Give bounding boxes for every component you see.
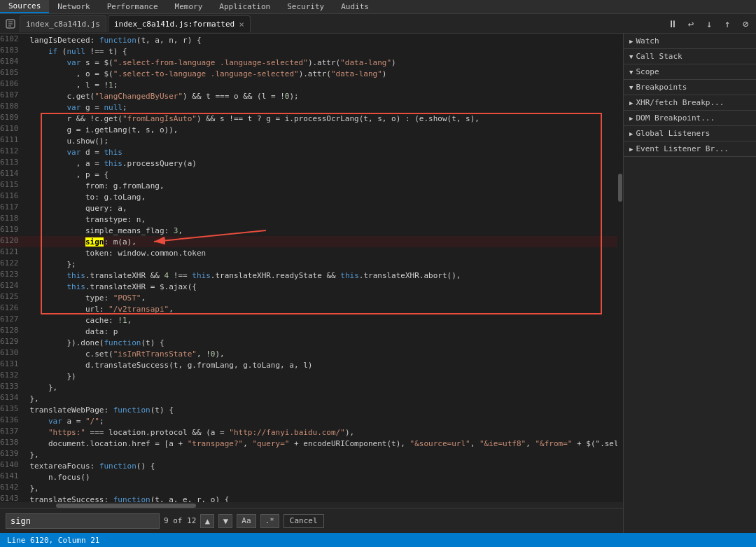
search-regex-btn[interactable]: .* <box>260 514 279 528</box>
table-row: 6128 data: p <box>0 326 617 337</box>
dom-break-header[interactable]: ▶ DOM Breakpoint... <box>624 111 756 125</box>
v-scrollbar[interactable] <box>617 34 623 502</box>
dom-break-label: DOM Breakpoint... <box>636 113 715 123</box>
table-row: 6103 if (null !== t) { <box>0 46 617 57</box>
tab-label-active: index_c8a141d.js:formatted <box>114 20 234 29</box>
status-bar: Line 6120, Column 21 <box>0 533 756 547</box>
table-row: 6136 var a = "/"; <box>0 415 617 427</box>
table-row: 6126 url: "/v2transapi", <box>0 303 617 314</box>
global-listeners-arrow-icon: ▶ <box>629 130 633 137</box>
step-out-btn[interactable]: ↑ <box>720 16 735 32</box>
search-cancel-btn[interactable]: Cancel <box>284 514 324 528</box>
dom-arrow-icon: ▶ <box>629 115 633 122</box>
code-panel: 6097 query: e6098 })6099 }6100 return a6… <box>0 34 623 533</box>
table-row: 6117 query: a, <box>0 202 617 214</box>
code-area-wrap: 6097 query: e6098 })6099 }6100 return a6… <box>0 34 623 502</box>
table-row: 6112 var d = this <box>0 146 617 158</box>
tab-label-inactive: index_c8a141d.js <box>26 20 100 29</box>
callstack-header[interactable]: ▼ Call Stack <box>624 49 756 64</box>
callstack-label: Call Stack <box>636 52 682 61</box>
search-count: 9 of 12 <box>164 516 196 525</box>
xhr-arrow-icon: ▶ <box>629 99 633 106</box>
table-row: 6132 }) <box>0 371 617 382</box>
global-listeners-label: Global Listeners <box>636 129 710 138</box>
table-row: 6127 cache: !1, <box>0 314 617 326</box>
table-row: 6124 this.translateXHR = $.ajax({ <box>0 281 617 292</box>
pause-btn[interactable]: ⏸ <box>665 16 680 32</box>
deactivate-breakpoints-btn[interactable]: ⊘ <box>738 16 753 32</box>
main-area: 6097 query: e6098 })6099 }6100 return a6… <box>0 34 756 533</box>
search-case-btn[interactable]: Aa <box>237 514 255 528</box>
toolbar-right: ⏸ ↩ ↓ ↑ ⊘ <box>665 16 753 32</box>
search-prev-btn[interactable]: ▲ <box>200 514 214 528</box>
event-listeners-section: ▶ Event Listener Br... <box>624 141 756 157</box>
tab-list: index_c8a141d.js index_c8a141d.js:format… <box>3 15 251 32</box>
table-row: 6125 type: "POST", <box>0 292 617 303</box>
tab-index-formatted[interactable]: index_c8a141d.js:formatted × <box>108 15 251 32</box>
top-nav: Sources Network Performance Memory Appli… <box>0 0 756 14</box>
breakpoints-header[interactable]: ▼ Breakpoints <box>624 80 756 95</box>
tab-bar: index_c8a141d.js index_c8a141d.js:format… <box>0 14 756 34</box>
right-panel: ▶ Watch ▼ Call Stack ▼ Scope ▼ Breakpoin… <box>623 34 756 533</box>
search-next-btn[interactable]: ▼ <box>218 514 232 528</box>
nav-network[interactable]: Network <box>49 0 98 13</box>
table-row: 6135translateWebPage: function(t) { <box>0 404 617 415</box>
nav-memory[interactable]: Memory <box>167 0 211 13</box>
sources-icon[interactable] <box>3 16 18 32</box>
search-input[interactable] <box>6 513 160 529</box>
watch-label: Watch <box>636 36 659 46</box>
code-scroll[interactable]: 6097 query: e6098 })6099 }6100 return a6… <box>0 34 617 502</box>
xhr-header[interactable]: ▶ XHR/fetch Breakp... <box>624 95 756 110</box>
global-listeners-header[interactable]: ▶ Global Listeners <box>624 126 756 141</box>
nav-sources[interactable]: Sources <box>0 0 49 13</box>
table-row: 6104 var s = $(".select-from-language .l… <box>0 57 617 68</box>
tab-index-js[interactable]: index_c8a141d.js <box>20 15 106 32</box>
v-scrollbar-thumb <box>618 174 622 202</box>
table-row: 6102langIsDeteced: function(t, a, n, r) … <box>0 34 617 46</box>
scope-header[interactable]: ▼ Scope <box>624 64 756 79</box>
global-listeners-section: ▶ Global Listeners <box>624 126 756 141</box>
table-row: 6143translateSuccess: function(t, a, e, … <box>0 494 617 502</box>
table-row: 6122 }; <box>0 258 617 270</box>
table-row: 6142}, <box>0 483 617 494</box>
status-text: Line 6120, Column 21 <box>7 536 99 545</box>
callstack-section: ▼ Call Stack <box>624 49 756 64</box>
step-over-btn[interactable]: ↩ <box>683 16 699 32</box>
nav-security[interactable]: Security <box>279 0 332 13</box>
table-row: 6118 transtype: n, <box>0 214 617 225</box>
nav-performance[interactable]: Performance <box>99 0 167 13</box>
h-scrollbar[interactable] <box>0 502 623 508</box>
table-row: 6119 simple_means_flag: 3, <box>0 225 617 236</box>
table-row: 6141 n.focus() <box>0 471 617 483</box>
xhr-section: ▶ XHR/fetch Breakp... <box>624 95 756 111</box>
event-listeners-arrow-icon: ▶ <box>629 146 633 153</box>
table-row: 6114 , p = { <box>0 169 617 180</box>
table-row: 6115 from: g.fromLang, <box>0 180 617 191</box>
table-row: 6108 var g = null; <box>0 102 617 113</box>
watch-arrow-icon: ▶ <box>629 38 633 45</box>
breakpoints-label: Breakpoints <box>636 83 687 92</box>
dom-break-section: ▶ DOM Breakpoint... <box>624 111 756 126</box>
nav-audits[interactable]: Audits <box>332 0 377 13</box>
table-row: 6106 , l = !1; <box>0 79 617 90</box>
table-row: 6139}, <box>0 449 617 460</box>
table-row: 6110 g = i.getLang(t, s, o)), <box>0 124 617 135</box>
table-row: 6130 c.set("isInRtTransState", !0), <box>0 348 617 359</box>
table-row: 6129 }).done(function(t) { <box>0 337 617 348</box>
breakpoints-section: ▼ Breakpoints <box>624 80 756 95</box>
nav-application[interactable]: Application <box>211 0 279 13</box>
table-row: 6131 d.translateSuccess(t, g.fromLang, g… <box>0 359 617 371</box>
table-row: 6120 sign: m(a), <box>0 236 617 247</box>
breakpoints-arrow-icon: ▼ <box>629 84 633 91</box>
scope-section: ▼ Scope <box>624 64 756 80</box>
table-row: 6116 to: g.toLang, <box>0 191 617 202</box>
table-row: 6134}, <box>0 393 617 404</box>
table-row: 6111 u.show(); <box>0 135 617 146</box>
watch-header[interactable]: ▶ Watch <box>624 34 756 48</box>
step-into-btn[interactable]: ↓ <box>701 16 717 32</box>
event-listeners-header[interactable]: ▶ Event Listener Br... <box>624 141 756 156</box>
table-row: 6121 token: window.common.token <box>0 247 617 258</box>
table-row: 6123 this.translateXHR && 4 !== this.tra… <box>0 270 617 281</box>
tab-close-btn[interactable]: × <box>239 20 244 29</box>
code-table: 6097 query: e6098 })6099 }6100 return a6… <box>0 34 617 502</box>
